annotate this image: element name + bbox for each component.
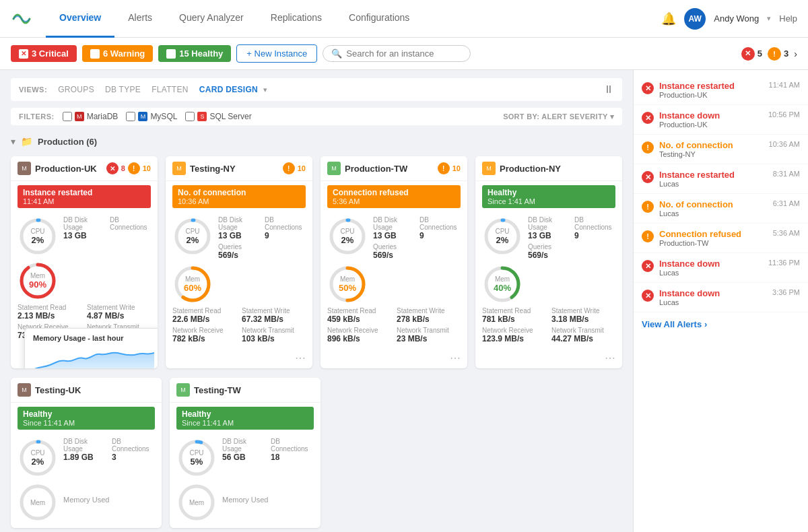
alert-x-number: 5 <box>758 48 762 59</box>
cpu-ring-production-uk: CPU 2% <box>18 216 58 257</box>
alert-title-3: No. of connection <box>659 140 764 150</box>
status-production-ny: Healthy Since 1:41 AM <box>482 185 615 208</box>
alert-subtitle-6: Production-TW <box>659 239 768 247</box>
badge-warning[interactable]: ! 6 Warning <box>82 45 153 62</box>
card-more-testing-ny[interactable]: ⋯ <box>295 352 306 364</box>
logo <box>11 8 32 30</box>
alert-row-6[interactable]: ! Connection refused Production-TW 5:36 … <box>634 224 808 253</box>
mysql-checkbox[interactable] <box>126 112 135 121</box>
view-dbtype[interactable]: DB TYPE <box>105 85 141 94</box>
alert-warn-icon: ! <box>768 47 781 61</box>
alert-row-7[interactable]: ✕ Instance down Lucas 11:36 PM <box>634 253 808 283</box>
tab-query-analyzer[interactable]: Query Analyzer <box>166 0 257 38</box>
sqlserver-checkbox[interactable] <box>185 112 195 121</box>
metric-right-production-uk: DB Disk Usage 13 GB DB Connections <box>63 216 151 240</box>
avatar: AW <box>684 8 706 30</box>
tab-configurations[interactable]: Configurations <box>335 0 423 38</box>
metrics-production-tw: CPU 2% DB Disk Usage 13 GB DB C <box>321 211 467 349</box>
alert-row-1[interactable]: ✕ Instance restarted Production-UK 11:41… <box>634 75 808 105</box>
view-all-alerts[interactable]: View All Alerts › <box>634 312 808 336</box>
cpu-ring-testing-uk: CPU 2% <box>18 438 58 478</box>
bottom-metrics-testing-ny: Statement Read 22.6 MB/s Statement Write… <box>172 307 306 343</box>
alert-warn-count[interactable]: ! 3 <box>768 47 788 61</box>
card-name-production-ny: Production-NY <box>500 164 615 174</box>
alert-content-6: Connection refused Production-TW <box>659 229 768 247</box>
cpu-label-production-uk: CPU 2% <box>30 228 44 245</box>
tab-alerts[interactable]: Alerts <box>114 0 166 38</box>
card-more-production-ny[interactable]: ⋯ <box>605 352 615 364</box>
sort-label[interactable]: SORT BY: ALERT SEVERITY ▾ <box>503 112 614 121</box>
tab-overview[interactable]: Overview <box>46 0 114 38</box>
card-more-production-tw[interactable]: ⋯ <box>450 352 461 364</box>
badge-healthy[interactable]: ✓ 15 Healthy <box>158 45 231 62</box>
alert-time-7: 11:36 PM <box>768 259 800 267</box>
memory-row-production-ny: Mem 40% <box>482 264 615 304</box>
alert-time-4: 8:31 AM <box>773 170 800 178</box>
card-name-production-tw: Production-TW <box>345 164 438 174</box>
view-flatten[interactable]: FLATTEN <box>152 85 189 94</box>
status-testing-ny: No. of connection 10:36 AM <box>172 185 306 208</box>
critical-label: 3 Critical <box>32 48 69 59</box>
alert-icon-2: ✕ <box>642 112 654 124</box>
view-card-design[interactable]: CARD DESIGN <box>199 85 258 94</box>
card-production-uk: M Production-UK ✕ 8 ! 10 Instance restar… <box>11 156 158 368</box>
alert-row-2[interactable]: ✕ Instance down Production-UK 10:56 PM <box>634 105 808 135</box>
group-folder-icon: 📁 <box>21 136 32 147</box>
memory-gauge-production-uk[interactable]: Mem 90% <box>18 261 58 301</box>
bell-icon[interactable]: 🔔 <box>661 11 676 26</box>
mariadb-checkbox[interactable] <box>63 112 72 121</box>
cpu-label-production-ny: CPU 2% <box>495 228 509 245</box>
alerts-chevron-icon[interactable]: › <box>794 48 797 59</box>
filter-mysql[interactable]: M MySQL <box>126 112 177 121</box>
views-right: ⏸ <box>603 84 614 96</box>
view-groups[interactable]: GROUPS <box>58 85 94 94</box>
user-dropdown-icon[interactable]: ▾ <box>767 14 771 23</box>
alert-icon-3: ! <box>642 141 654 154</box>
card-name-testing-ny: Testing-NY <box>190 164 283 174</box>
tab-replications[interactable]: Replications <box>257 0 335 38</box>
memory-gauge-production-ny: Mem 40% <box>482 264 523 304</box>
card-footer-production-ny: ⋯ <box>475 349 622 368</box>
status-production-uk: Instance restarted 11:41 AM <box>18 185 151 208</box>
group-collapse-icon[interactable]: ▾ <box>11 136 15 147</box>
memory-row-production-tw: Mem 50% <box>327 264 461 304</box>
group-title: Production (6) <box>38 137 97 147</box>
alert-title-8: Instance down <box>659 288 767 298</box>
alert-warn-number: 3 <box>784 48 788 59</box>
new-instance-button[interactable]: + New Instance <box>236 44 317 63</box>
bottom-metrics-production-ny: Statement Read 781 kB/s Statement Write … <box>482 307 615 343</box>
alert-row-3[interactable]: ! No. of connection Testing-NY 10:36 AM <box>634 135 808 164</box>
memory-label-production-tw: Mem 50% <box>339 275 356 293</box>
alert-row-8[interactable]: ✕ Instance down Lucas 3:36 PM <box>634 283 808 312</box>
card-production-ny: M Production-NY Healthy Since 1:41 AM <box>475 156 622 368</box>
memory-row-testing-uk: Mem Memory Used <box>18 482 155 523</box>
db-icon-production-ny: M <box>482 162 496 175</box>
search-box: 🔍 <box>323 45 471 62</box>
filter-mariadb[interactable]: M MariaDB <box>63 112 119 121</box>
help-button[interactable]: Help <box>779 13 797 24</box>
alert-content-8: Instance down Lucas <box>659 288 767 306</box>
filter-sqlserver[interactable]: S SQL Server <box>185 112 251 121</box>
search-input[interactable] <box>346 48 454 59</box>
mariadb-icon: M <box>75 112 84 121</box>
alert-row-5[interactable]: ! No. of connection Lucas 6:31 AM <box>634 194 808 224</box>
pause-button[interactable]: ⏸ <box>603 84 614 95</box>
card-testing-uk: M Testing-UK Healthy Since 11:41 AM <box>11 378 162 528</box>
cards-grid-top: M Production-UK ✕ 8 ! 10 Instance restar… <box>11 156 622 368</box>
user-name[interactable]: Andy Wong <box>714 13 759 24</box>
alert-content-2: Instance down Production-UK <box>659 110 763 129</box>
metric-right-testing-tw: DB Disk Usage 56 GB DB Connections 18 <box>222 438 314 462</box>
card-header-production-uk: M Production-UK ✕ 8 ! 10 <box>11 156 158 181</box>
badge-critical[interactable]: ✕ 3 Critical <box>11 45 77 62</box>
metric-right-production-tw: DB Disk Usage 13 GB DB Connections 9 Que… <box>373 216 461 260</box>
card-design-dropdown[interactable]: ▾ <box>263 86 267 94</box>
memory-row-production-uk: Mem 90% Memory Usage - last hour <box>18 261 151 301</box>
metric-conn-production-uk: DB Connections <box>110 216 151 240</box>
card-name-testing-uk: Testing-UK <box>35 385 155 395</box>
alert-x-count[interactable]: ✕ 5 <box>741 47 762 61</box>
alert-row-4[interactable]: ✕ Instance restarted Lucas 8:31 AM <box>634 164 808 194</box>
filters-bar: FILTERS: M MariaDB M MySQL S SQL Server … <box>11 108 622 125</box>
alert-content-1: Instance restarted Production-UK <box>659 81 764 99</box>
alert-title-7: Instance down <box>659 259 763 269</box>
toolbar-right: ✕ 5 ! 3 › <box>741 47 797 61</box>
